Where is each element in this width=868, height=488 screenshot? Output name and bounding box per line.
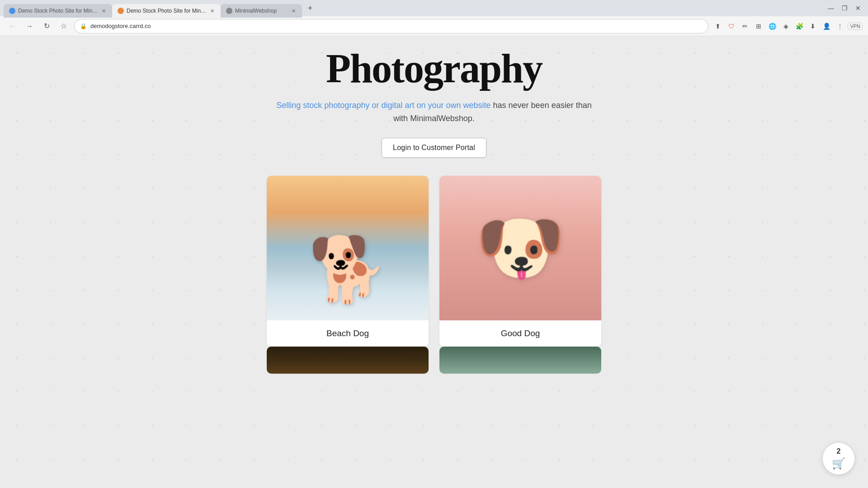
forward-button[interactable]: → [23, 19, 36, 33]
toolbar-icons: ⬆ 🛡 ✏ ⊞ 🌐 ◈ 🧩 ⬇ 👤 ⋮ VPN [712, 20, 863, 32]
tab-1-favicon [9, 8, 15, 14]
new-tab-button[interactable]: + [304, 2, 316, 14]
beach-dog-image [267, 176, 429, 320]
cards-grid: Beach Dog Good Dog [267, 176, 601, 347]
puzzle-icon[interactable]: 🧩 [793, 20, 805, 32]
tab-2-title: Demo Stock Photo Site for Minim... [127, 8, 207, 14]
hero-title: Photography [326, 36, 542, 92]
cart-widget[interactable]: 2 🛒 [823, 443, 854, 474]
address-bar[interactable]: 🔒 demodogstore.carrd.co [74, 19, 708, 33]
address-text: demodogstore.carrd.co [90, 23, 703, 29]
tab-3-title: MinimalWebshop [235, 8, 288, 14]
subtitle-link[interactable]: Selling stock photography or digital art… [276, 101, 491, 110]
shield-icon[interactable]: 🛡 [726, 20, 737, 32]
minimize-button[interactable]: — [825, 2, 837, 14]
settings-icon[interactable]: ⋮ [834, 20, 846, 32]
good-dog-card[interactable]: Good Dog [439, 176, 601, 347]
dark-dog-card[interactable] [267, 347, 429, 374]
beach-dog-card[interactable]: Beach Dog [267, 176, 429, 347]
tab-1[interactable]: Demo Stock Photo Site for Minimalwe ✕ [4, 4, 112, 18]
download-icon[interactable]: ⬇ [807, 20, 819, 32]
restore-button[interactable]: ❐ [838, 2, 851, 14]
tab-3-favicon [226, 8, 232, 14]
tab-3[interactable]: MinimalWebshop ✕ [221, 4, 302, 18]
good-dog-title: Good Dog [439, 320, 601, 347]
lock-icon: 🔒 [80, 23, 87, 29]
tab-2[interactable]: Demo Stock Photo Site for Minim... ✕ [112, 4, 221, 18]
grid-icon[interactable]: ⊞ [753, 20, 764, 32]
tab-2-close[interactable]: ✕ [209, 7, 215, 15]
tab-bar: Demo Stock Photo Site for Minimalwe ✕ De… [0, 0, 868, 16]
beach-dog-title: Beach Dog [267, 320, 429, 347]
vpn-badge[interactable]: VPN [848, 23, 863, 30]
back-button[interactable]: ← [5, 19, 19, 33]
page-content: Photography Selling stock photography or… [0, 36, 868, 488]
tab-1-close[interactable]: ✕ [101, 7, 107, 15]
browser-window: Demo Stock Photo Site for Minimalwe ✕ De… [0, 0, 868, 488]
login-portal-button[interactable]: Login to Customer Portal [382, 138, 486, 158]
hero-subtitle: Selling stock photography or digital art… [276, 99, 592, 125]
good-dog-image [439, 176, 601, 320]
tab-2-favicon [118, 8, 124, 14]
globe-icon[interactable]: 🌐 [766, 20, 778, 32]
dark-dog-image [267, 347, 429, 374]
profile-icon[interactable]: 👤 [821, 20, 832, 32]
window-controls: — ❐ ✕ [825, 2, 864, 14]
reload-button[interactable]: ↻ [40, 19, 53, 33]
tab-3-close[interactable]: ✕ [291, 7, 297, 15]
bookmark-button[interactable]: ☆ [57, 19, 71, 33]
outdoor-dog-card[interactable] [439, 347, 601, 374]
share-icon[interactable]: ⬆ [712, 20, 724, 32]
outdoor-dog-image [439, 347, 601, 374]
tab-1-title: Demo Stock Photo Site for Minimalwe [18, 8, 98, 14]
pen-icon[interactable]: ✏ [739, 20, 751, 32]
cart-count: 2 [837, 447, 841, 455]
cart-icon: 🛒 [832, 457, 845, 470]
extensions-icon[interactable]: ◈ [780, 20, 792, 32]
close-window-button[interactable]: ✕ [852, 2, 864, 14]
browser-toolbar: ← → ↻ ☆ 🔒 demodogstore.carrd.co ⬆ 🛡 ✏ ⊞ … [0, 16, 868, 36]
bottom-cards-grid [267, 347, 601, 374]
